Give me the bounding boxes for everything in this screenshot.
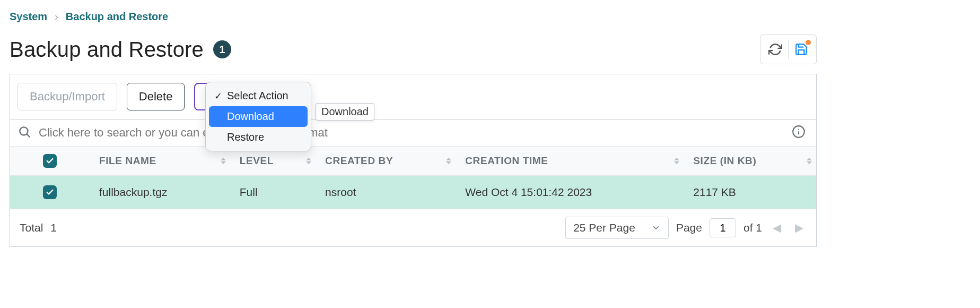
info-icon[interactable] <box>792 131 806 140</box>
page-input[interactable] <box>710 218 736 237</box>
menu-item-download[interactable]: Download <box>209 106 308 127</box>
breadcrumb-root[interactable]: System <box>10 11 47 23</box>
sort-icon <box>221 158 226 164</box>
page-label: Page <box>676 221 702 234</box>
title-actions <box>760 35 817 64</box>
col-created-by[interactable]: CREATED BY <box>316 147 456 176</box>
row-checkbox[interactable] <box>43 185 57 199</box>
page-of: of 1 <box>743 221 762 234</box>
svg-line-1 <box>27 134 30 137</box>
delete-button[interactable]: Delete <box>127 83 185 110</box>
sort-icon <box>674 158 679 164</box>
menu-item-restore[interactable]: Restore <box>209 127 308 148</box>
data-table: FILE NAME LEVEL CREATED BY CREATION TIME… <box>10 146 816 209</box>
next-page-button[interactable]: ▶ <box>792 221 807 234</box>
chevron-right-icon: › <box>55 11 58 23</box>
action-menu: Select Action Download Restore <box>205 82 311 151</box>
sort-icon <box>446 158 451 164</box>
unsaved-indicator-icon <box>806 40 811 45</box>
total-label: Total <box>20 221 43 234</box>
per-page-select[interactable]: 25 Per Page <box>565 217 669 239</box>
toolbar: Backup/Import Delete Select Action Selec… <box>10 74 816 119</box>
cell-size: 2117 KB <box>684 176 816 209</box>
refresh-icon <box>768 42 782 56</box>
refresh-button[interactable] <box>765 39 786 60</box>
total-value: 1 <box>50 221 57 234</box>
menu-item-select-action[interactable]: Select Action <box>209 85 308 106</box>
count-badge: 1 <box>213 40 231 58</box>
page-title: Backup and Restore <box>10 38 204 62</box>
sort-icon <box>306 158 311 164</box>
search-input[interactable] <box>39 126 784 140</box>
tooltip: Download <box>316 103 374 121</box>
chevron-down-icon <box>651 223 661 233</box>
cell-created-by: nsroot <box>316 176 456 209</box>
cell-level: Full <box>230 176 316 209</box>
select-all-checkbox[interactable] <box>43 154 57 168</box>
col-size[interactable]: SIZE (IN KB) <box>684 147 816 176</box>
divider <box>788 40 789 59</box>
main-panel: Backup/Import Delete Select Action Selec… <box>10 74 817 247</box>
search-icon <box>18 125 31 141</box>
col-creation-time[interactable]: CREATION TIME <box>456 147 684 176</box>
cell-file-name: fullbackup.tgz <box>90 176 230 209</box>
breadcrumb-current: Backup and Restore <box>66 11 168 23</box>
breadcrumb: System › Backup and Restore <box>10 11 970 23</box>
table-footer: Total 1 25 Per Page Page of 1 ◀ ▶ <box>10 209 816 246</box>
search-row <box>10 119 816 146</box>
sort-icon <box>807 158 812 164</box>
header-checkbox-cell <box>10 147 90 176</box>
table-row[interactable]: fullbackup.tgz Full nsroot Wed Oct 4 15:… <box>10 176 816 209</box>
backup-import-button[interactable]: Backup/Import <box>18 83 117 110</box>
save-button[interactable] <box>791 39 812 60</box>
cell-creation-time: Wed Oct 4 15:01:42 2023 <box>456 176 684 209</box>
prev-page-button[interactable]: ◀ <box>769 221 784 234</box>
